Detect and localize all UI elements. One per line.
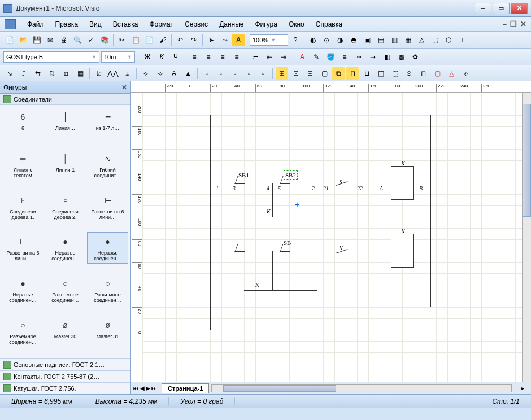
tool-button[interactable]: ⊙ xyxy=(320,34,333,46)
tool-button[interactable]: ◑ xyxy=(334,34,346,46)
tab-next-button[interactable]: ▶ xyxy=(146,385,150,391)
tool-button[interactable]: ⊓ xyxy=(417,67,429,80)
tool-button[interactable]: ⊟ xyxy=(304,67,316,80)
tool-button[interactable]: ⟁ xyxy=(121,67,133,80)
tool-button[interactable]: ▫ xyxy=(257,67,269,80)
tool-button[interactable]: ⟀ xyxy=(93,67,105,80)
font-size-combo[interactable]: 10пт ▼ xyxy=(101,51,135,63)
tool-button[interactable]: ⟐ xyxy=(459,67,472,80)
tool-button[interactable]: ⊙ xyxy=(403,67,415,80)
menu-file[interactable]: Файл xyxy=(21,18,50,30)
theme-button[interactable]: ◧ xyxy=(381,51,393,63)
tool-button[interactable]: ⧉ xyxy=(332,67,345,80)
cut-button[interactable]: ✂ xyxy=(116,34,128,46)
font-color-button[interactable]: A xyxy=(296,51,308,63)
align-center-button[interactable]: ≡ xyxy=(202,51,215,63)
spellcheck-button[interactable]: ✓ xyxy=(85,34,97,46)
vertical-ruler[interactable]: 200180160 140120100 806040 200 xyxy=(131,93,142,382)
mail-button[interactable]: ✉ xyxy=(44,34,56,46)
menu-shape[interactable]: Фигура xyxy=(249,18,282,30)
help-button[interactable]: ? xyxy=(289,34,302,46)
menu-view[interactable]: Вид xyxy=(84,18,107,30)
doc-restore-button[interactable]: ❐ xyxy=(510,20,517,28)
menu-format[interactable]: Формат xyxy=(143,18,179,30)
fill-color-button[interactable]: 🪣 xyxy=(324,51,337,63)
increase-indent-button[interactable]: ⇥ xyxy=(277,51,290,63)
tab-prev-button[interactable]: ◀ xyxy=(140,385,145,391)
line-weight-button[interactable]: ≡ xyxy=(338,51,351,63)
scroll-right-icon[interactable]: ▸ xyxy=(521,385,524,391)
align-right-button[interactable]: ≡ xyxy=(216,51,229,63)
tool-button[interactable]: ◐ xyxy=(307,34,319,46)
tool-button[interactable]: ⟢ xyxy=(154,67,166,80)
shape-item[interactable]: ●Неразъе соединен… xyxy=(2,274,43,305)
format-button[interactable]: ✿ xyxy=(409,51,421,63)
shape-item[interactable]: ○Разъемное соединен… xyxy=(45,274,86,305)
open-button[interactable]: 📂 xyxy=(17,34,29,46)
menu-tools[interactable]: Сервис xyxy=(179,18,214,30)
font-name-combo[interactable]: GOST type B ▼ xyxy=(3,51,99,63)
tool-button[interactable]: △ xyxy=(415,34,428,46)
tool-button[interactable]: ⇅ xyxy=(46,67,58,80)
stencil-header[interactable]: Соединители xyxy=(0,94,130,105)
tool-button[interactable]: ▤ xyxy=(375,34,387,46)
shape-item[interactable]: ┤Линия 1 xyxy=(45,149,86,181)
menu-data[interactable]: Данные xyxy=(214,18,249,30)
shape-item[interactable]: ○Разъемное соединен… xyxy=(87,274,128,305)
line-pattern-button[interactable]: ┅ xyxy=(352,51,365,63)
tool-button[interactable]: ▫ xyxy=(215,67,227,80)
tool-button[interactable]: A xyxy=(168,67,180,80)
tool-button[interactable]: ▦ xyxy=(74,67,86,80)
underline-button[interactable]: Ч xyxy=(169,51,182,63)
research-button[interactable]: 📚 xyxy=(98,34,111,46)
shape-item[interactable]: ⊧Соединени дерева 2. xyxy=(45,191,86,222)
tool-button[interactable]: ↘ xyxy=(3,67,16,80)
tool-button[interactable]: ⊓ xyxy=(346,67,359,80)
stencil-item[interactable]: Основные надписи. ГОСТ 2.1… xyxy=(0,358,130,370)
tool-button[interactable]: ⊔ xyxy=(360,67,373,80)
stencil-item[interactable]: Катушки. ГОСТ 2.756. xyxy=(0,382,130,394)
tool-button[interactable]: ▲ xyxy=(182,67,194,80)
tool-button[interactable]: ▫ xyxy=(201,67,213,80)
shape-item[interactable]: ⊢Разветви на 6 лини… xyxy=(87,191,128,222)
tool-button[interactable]: ▦ xyxy=(402,34,414,46)
shape-item[interactable]: ⊢Разветви на 6 лини… xyxy=(2,232,43,264)
shape-item[interactable]: ∿Гибкий соединит… xyxy=(87,149,128,181)
tool-button[interactable]: ⤴ xyxy=(18,67,30,80)
print-button[interactable]: 🖨 xyxy=(58,34,70,46)
tool-button[interactable]: ⬡ xyxy=(442,34,455,46)
shape-item[interactable]: ●Неразъе соединен… xyxy=(45,232,86,264)
text-tool-button[interactable]: A xyxy=(232,34,245,46)
pointer-tool-button[interactable]: ➤ xyxy=(205,34,217,46)
line-ends-button[interactable]: ➝ xyxy=(367,51,379,63)
menu-window[interactable]: Окно xyxy=(283,18,310,30)
tool-button[interactable]: ⇆ xyxy=(32,67,44,80)
format-painter-button[interactable]: 🖌 xyxy=(156,34,169,46)
scrollbar-thumb[interactable] xyxy=(223,385,336,392)
copy-button[interactable]: 📋 xyxy=(129,34,142,46)
menu-edit[interactable]: Правка xyxy=(50,18,84,30)
tool-button[interactable]: ▫ xyxy=(243,67,255,80)
tool-button[interactable]: ▢ xyxy=(431,67,443,80)
tool-button[interactable]: ⊞ xyxy=(276,67,288,80)
tool-button[interactable]: ◓ xyxy=(347,34,360,46)
print-preview-button[interactable]: 🔍 xyxy=(71,34,84,46)
undo-button[interactable]: ↶ xyxy=(174,34,186,46)
italic-button[interactable]: К xyxy=(155,51,168,63)
shape-item[interactable]: ━из 1-7 л… xyxy=(87,107,128,139)
horizontal-scrollbar[interactable] xyxy=(211,384,512,392)
tool-button[interactable]: ▣ xyxy=(361,34,373,46)
vertical-scrollbar[interactable] xyxy=(522,93,531,382)
paste-button[interactable]: 📄 xyxy=(143,34,155,46)
shape-item[interactable]: ●Неразъе соединен… xyxy=(87,232,128,264)
page-tab[interactable]: Страница-1 xyxy=(162,383,209,393)
menu-help[interactable]: Справка xyxy=(310,18,348,30)
doc-minimize-button[interactable]: – xyxy=(503,20,507,28)
minimize-button[interactable]: ─ xyxy=(475,3,491,14)
shape-item[interactable]: øMaster.30 xyxy=(45,316,86,347)
shapes-panel-close-button[interactable]: ✕ xyxy=(121,84,127,91)
shape-item[interactable]: øMaster.31 xyxy=(87,316,128,347)
tab-last-button[interactable]: ⏭ xyxy=(151,385,157,391)
align-justify-button[interactable]: ≡ xyxy=(230,51,243,63)
decrease-indent-button[interactable]: ⇤ xyxy=(263,51,276,63)
